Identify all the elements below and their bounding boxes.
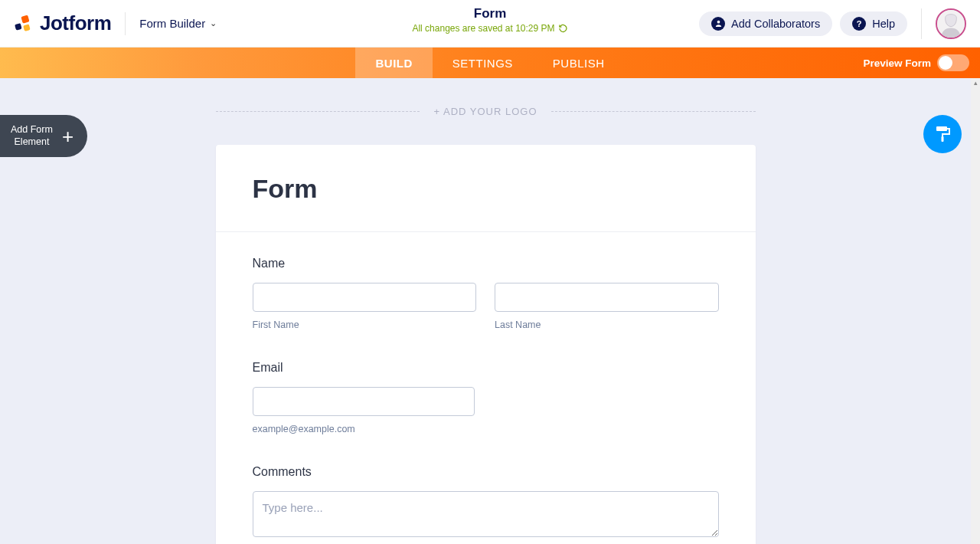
- context-label: Form Builder: [139, 17, 205, 30]
- name-label: Name: [253, 257, 719, 270]
- tab-build-label: BUILD: [375, 57, 412, 70]
- tab-publish[interactable]: PUBLISH: [533, 48, 625, 78]
- builder-navbar: BUILD SETTINGS PUBLISH Preview Form: [0, 48, 980, 78]
- svg-rect-0: [15, 23, 22, 31]
- first-name-input[interactable]: [253, 283, 477, 312]
- last-name-input[interactable]: [495, 283, 719, 312]
- add-form-element-label: Add Form Element: [11, 124, 53, 148]
- first-name-col: First Name: [253, 283, 477, 330]
- dashed-line-left: [216, 111, 420, 112]
- header-divider: [125, 12, 126, 35]
- nav-tabs: BUILD SETTINGS PUBLISH: [355, 48, 624, 78]
- preview-form-control: Preview Form: [863, 48, 969, 78]
- last-name-sublabel: Last Name: [495, 320, 719, 330]
- plus-icon: +: [62, 126, 74, 146]
- brand-name: Jotform: [40, 11, 111, 35]
- comments-label: Comments: [253, 465, 719, 479]
- email-sublabel: example@example.com: [253, 424, 719, 434]
- field-name[interactable]: Name First Name Last Name: [253, 257, 719, 330]
- svg-rect-1: [21, 15, 29, 23]
- vertical-scrollbar[interactable]: ▴: [971, 78, 980, 544]
- form-card: Form Name First Name Last Name: [216, 145, 756, 544]
- add-collaborators-button[interactable]: Add Collaborators: [699, 11, 832, 36]
- chevron-down-icon: ⌄: [210, 18, 217, 28]
- add-form-element-button[interactable]: Add Form Element +: [0, 115, 87, 157]
- page-title[interactable]: Form: [412, 6, 567, 21]
- field-email[interactable]: Email example@example.com: [253, 361, 719, 434]
- help-button[interactable]: ? Help: [840, 11, 907, 36]
- form-canvas: + ADD YOUR LOGO Form Name First Name: [0, 78, 971, 544]
- preview-toggle[interactable]: [937, 54, 969, 71]
- email-label: Email: [253, 361, 719, 375]
- add-logo-row[interactable]: + ADD YOUR LOGO: [216, 106, 756, 117]
- avatar[interactable]: [936, 8, 966, 39]
- email-input[interactable]: [253, 387, 475, 416]
- last-name-col: Last Name: [495, 283, 719, 330]
- svg-point-3: [717, 21, 720, 24]
- app-header: Jotform Form Builder ⌄ Form All changes …: [0, 0, 980, 48]
- dashed-line-right: [551, 111, 756, 112]
- header-actions: Add Collaborators ? Help: [699, 8, 966, 39]
- svg-rect-7: [942, 136, 944, 142]
- svg-rect-6: [936, 126, 947, 131]
- field-comments[interactable]: Comments: [253, 465, 719, 540]
- paint-roller-icon: [933, 125, 952, 143]
- comments-textarea[interactable]: [253, 491, 719, 537]
- first-name-sublabel: First Name: [253, 320, 477, 330]
- toggle-knob: [939, 56, 952, 70]
- header-divider-right: [921, 8, 922, 39]
- add-collaborators-label: Add Collaborators: [731, 18, 820, 30]
- logo-mark-icon: [14, 14, 34, 34]
- brand-logo[interactable]: Jotform: [14, 11, 111, 35]
- save-status: All changes are saved at 10:29 PM: [412, 23, 567, 34]
- form-designer-button[interactable]: [923, 115, 962, 153]
- form-stage: + ADD YOUR LOGO Form Name First Name: [216, 106, 756, 544]
- svg-rect-2: [23, 24, 31, 31]
- add-logo-label: + ADD YOUR LOGO: [427, 106, 543, 117]
- user-icon: [711, 17, 725, 31]
- help-icon: ?: [852, 17, 866, 31]
- context-selector[interactable]: Form Builder ⌄: [139, 17, 217, 30]
- form-header[interactable]: Form: [216, 145, 756, 232]
- name-row: First Name Last Name: [253, 283, 719, 330]
- form-title: Form: [253, 174, 719, 204]
- tab-settings[interactable]: SETTINGS: [433, 48, 533, 78]
- history-icon[interactable]: [559, 24, 568, 33]
- tab-settings-label: SETTINGS: [452, 57, 513, 70]
- header-center: Form All changes are saved at 10:29 PM: [412, 6, 567, 34]
- tab-publish-label: PUBLISH: [553, 57, 605, 70]
- preview-form-label: Preview Form: [863, 57, 931, 69]
- help-label: Help: [872, 18, 895, 30]
- save-status-text: All changes are saved at 10:29 PM: [412, 23, 554, 34]
- tab-build[interactable]: BUILD: [355, 48, 432, 78]
- form-body: Name First Name Last Name Email: [216, 232, 756, 544]
